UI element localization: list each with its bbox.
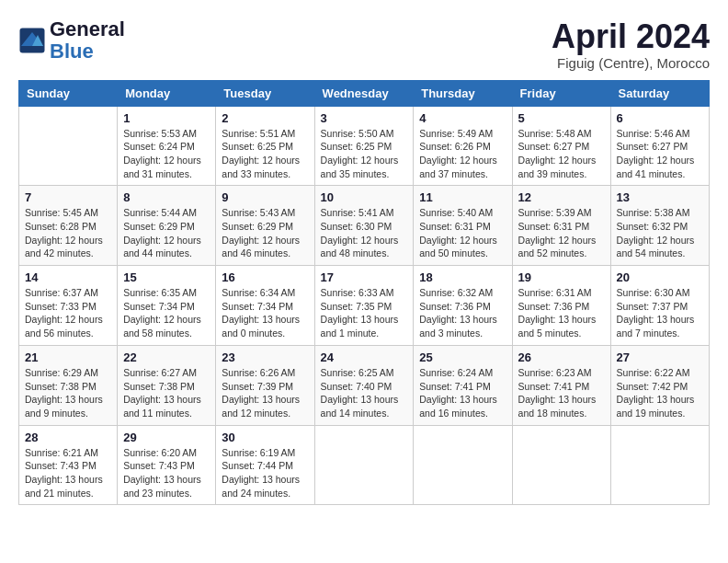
day-number: 20 — [617, 270, 703, 284]
day-number: 4 — [419, 111, 506, 125]
col-header-thursday: Thursday — [414, 80, 512, 106]
day-number: 6 — [617, 111, 703, 125]
day-cell: 27Sunrise: 6:22 AM Sunset: 7:42 PM Dayli… — [610, 345, 709, 425]
day-number: 21 — [25, 350, 111, 364]
header: General Blue April 2024 Figuig (Centre),… — [18, 18, 710, 71]
day-number: 24 — [321, 350, 408, 364]
day-cell: 4Sunrise: 5:49 AM Sunset: 6:26 PM Daylig… — [414, 106, 512, 186]
day-info: Sunrise: 6:32 AM Sunset: 7:36 PM Dayligh… — [419, 286, 506, 340]
day-cell: 21Sunrise: 6:29 AM Sunset: 7:38 PM Dayli… — [19, 345, 118, 425]
day-info: Sunrise: 5:46 AM Sunset: 6:27 PM Dayligh… — [617, 127, 703, 181]
day-number: 13 — [617, 190, 703, 204]
day-number: 17 — [321, 270, 408, 284]
day-cell: 6Sunrise: 5:46 AM Sunset: 6:27 PM Daylig… — [610, 106, 709, 186]
day-cell: 29Sunrise: 6:20 AM Sunset: 7:43 PM Dayli… — [118, 425, 216, 505]
day-info: Sunrise: 6:34 AM Sunset: 7:34 PM Dayligh… — [222, 286, 308, 340]
day-number: 23 — [222, 350, 308, 364]
day-info: Sunrise: 6:37 AM Sunset: 7:33 PM Dayligh… — [25, 286, 111, 340]
day-number: 14 — [25, 270, 111, 284]
day-number: 30 — [222, 431, 308, 444]
day-info: Sunrise: 6:21 AM Sunset: 7:43 PM Dayligh… — [25, 446, 111, 500]
week-row-3: 14Sunrise: 6:37 AM Sunset: 7:33 PM Dayli… — [19, 266, 710, 346]
week-row-5: 28Sunrise: 6:21 AM Sunset: 7:43 PM Dayli… — [19, 425, 710, 505]
day-number: 19 — [518, 270, 605, 284]
day-number: 10 — [321, 190, 408, 204]
day-number: 27 — [617, 350, 703, 364]
calendar-table: SundayMondayTuesdayWednesdayThursdayFrid… — [18, 80, 710, 506]
day-number: 9 — [222, 190, 308, 204]
day-number: 29 — [123, 431, 210, 444]
day-cell: 30Sunrise: 6:19 AM Sunset: 7:44 PM Dayli… — [216, 425, 314, 505]
week-row-2: 7Sunrise: 5:45 AM Sunset: 6:28 PM Daylig… — [19, 186, 710, 266]
day-cell: 2Sunrise: 5:51 AM Sunset: 6:25 PM Daylig… — [216, 106, 314, 186]
week-row-1: 1Sunrise: 5:53 AM Sunset: 6:24 PM Daylig… — [19, 106, 710, 186]
day-info: Sunrise: 6:23 AM Sunset: 7:41 PM Dayligh… — [518, 366, 605, 420]
day-cell: 8Sunrise: 5:44 AM Sunset: 6:29 PM Daylig… — [118, 186, 216, 266]
day-cell: 14Sunrise: 6:37 AM Sunset: 7:33 PM Dayli… — [19, 266, 118, 346]
week-row-4: 21Sunrise: 6:29 AM Sunset: 7:38 PM Dayli… — [19, 345, 710, 425]
day-number: 2 — [222, 111, 308, 125]
day-cell: 3Sunrise: 5:50 AM Sunset: 6:25 PM Daylig… — [314, 106, 414, 186]
day-number: 15 — [123, 270, 210, 284]
day-info: Sunrise: 6:26 AM Sunset: 7:39 PM Dayligh… — [222, 366, 308, 420]
day-number: 25 — [419, 350, 506, 364]
day-info: Sunrise: 5:44 AM Sunset: 6:29 PM Dayligh… — [123, 206, 210, 260]
day-cell — [414, 425, 512, 505]
day-cell — [512, 425, 610, 505]
day-cell — [314, 425, 414, 505]
day-info: Sunrise: 5:39 AM Sunset: 6:31 PM Dayligh… — [518, 206, 605, 260]
day-cell: 12Sunrise: 5:39 AM Sunset: 6:31 PM Dayli… — [512, 186, 610, 266]
day-number: 28 — [25, 431, 111, 444]
day-cell: 9Sunrise: 5:43 AM Sunset: 6:29 PM Daylig… — [216, 186, 314, 266]
day-number: 18 — [419, 270, 506, 284]
day-cell: 28Sunrise: 6:21 AM Sunset: 7:43 PM Dayli… — [19, 425, 118, 505]
day-cell: 25Sunrise: 6:24 AM Sunset: 7:41 PM Dayli… — [414, 345, 512, 425]
logo-line1: General — [50, 18, 125, 40]
day-cell — [610, 425, 709, 505]
day-cell: 22Sunrise: 6:27 AM Sunset: 7:38 PM Dayli… — [118, 345, 216, 425]
day-cell: 18Sunrise: 6:32 AM Sunset: 7:36 PM Dayli… — [414, 266, 512, 346]
day-cell: 1Sunrise: 5:53 AM Sunset: 6:24 PM Daylig… — [118, 106, 216, 186]
day-info: Sunrise: 6:24 AM Sunset: 7:41 PM Dayligh… — [419, 366, 506, 420]
col-header-monday: Monday — [118, 80, 216, 106]
day-info: Sunrise: 5:51 AM Sunset: 6:25 PM Dayligh… — [222, 127, 308, 181]
day-cell: 7Sunrise: 5:45 AM Sunset: 6:28 PM Daylig… — [19, 186, 118, 266]
day-info: Sunrise: 6:30 AM Sunset: 7:37 PM Dayligh… — [617, 286, 703, 340]
day-number: 8 — [123, 190, 210, 204]
day-number: 11 — [419, 190, 506, 204]
title-area: April 2024 Figuig (Centre), Morocco — [552, 18, 710, 71]
day-info: Sunrise: 6:33 AM Sunset: 7:35 PM Dayligh… — [321, 286, 408, 340]
month-title: April 2024 — [552, 18, 710, 55]
day-cell: 24Sunrise: 6:25 AM Sunset: 7:40 PM Dayli… — [314, 345, 414, 425]
day-cell: 11Sunrise: 5:40 AM Sunset: 6:31 PM Dayli… — [414, 186, 512, 266]
day-cell: 19Sunrise: 6:31 AM Sunset: 7:36 PM Dayli… — [512, 266, 610, 346]
day-info: Sunrise: 6:22 AM Sunset: 7:42 PM Dayligh… — [617, 366, 703, 420]
day-number: 22 — [123, 350, 210, 364]
day-info: Sunrise: 5:38 AM Sunset: 6:32 PM Dayligh… — [617, 206, 703, 260]
day-cell: 17Sunrise: 6:33 AM Sunset: 7:35 PM Dayli… — [314, 266, 414, 346]
day-info: Sunrise: 5:45 AM Sunset: 6:28 PM Dayligh… — [25, 206, 111, 260]
day-info: Sunrise: 6:19 AM Sunset: 7:44 PM Dayligh… — [222, 446, 308, 500]
day-info: Sunrise: 6:25 AM Sunset: 7:40 PM Dayligh… — [321, 366, 408, 420]
day-info: Sunrise: 5:49 AM Sunset: 6:26 PM Dayligh… — [419, 127, 506, 181]
logo-line2: Blue — [50, 40, 125, 63]
day-info: Sunrise: 6:29 AM Sunset: 7:38 PM Dayligh… — [25, 366, 111, 420]
day-info: Sunrise: 5:40 AM Sunset: 6:31 PM Dayligh… — [419, 206, 506, 260]
day-info: Sunrise: 6:31 AM Sunset: 7:36 PM Dayligh… — [518, 286, 605, 340]
day-info: Sunrise: 6:20 AM Sunset: 7:43 PM Dayligh… — [123, 446, 210, 500]
calendar-header-row: SundayMondayTuesdayWednesdayThursdayFrid… — [19, 80, 710, 106]
day-cell: 15Sunrise: 6:35 AM Sunset: 7:34 PM Dayli… — [118, 266, 216, 346]
day-number: 1 — [123, 111, 210, 125]
day-info: Sunrise: 6:27 AM Sunset: 7:38 PM Dayligh… — [123, 366, 210, 420]
day-cell — [19, 106, 118, 186]
day-info: Sunrise: 5:53 AM Sunset: 6:24 PM Dayligh… — [123, 127, 210, 181]
logo: General Blue — [18, 18, 125, 63]
day-number: 16 — [222, 270, 308, 284]
day-number: 7 — [25, 190, 111, 204]
col-header-wednesday: Wednesday — [314, 80, 414, 106]
logo-icon — [18, 27, 46, 54]
day-info: Sunrise: 5:48 AM Sunset: 6:27 PM Dayligh… — [518, 127, 605, 181]
day-cell: 23Sunrise: 6:26 AM Sunset: 7:39 PM Dayli… — [216, 345, 314, 425]
day-info: Sunrise: 6:35 AM Sunset: 7:34 PM Dayligh… — [123, 286, 210, 340]
day-info: Sunrise: 5:41 AM Sunset: 6:30 PM Dayligh… — [321, 206, 408, 260]
